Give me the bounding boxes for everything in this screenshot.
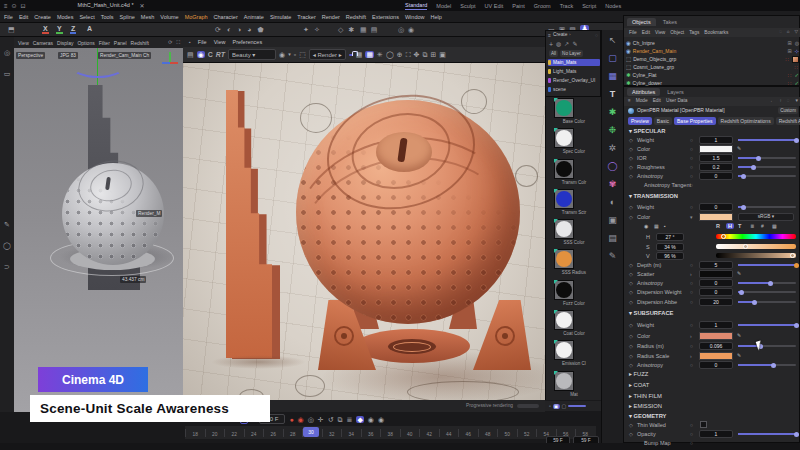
color-swatch[interactable] [699, 145, 733, 153]
render-pass-select[interactable]: Beauty ▾ [228, 49, 276, 60]
eyedropper-icon[interactable]: ✎ [737, 270, 741, 276]
value-input[interactable]: 0.2 [699, 163, 733, 171]
layer-item[interactable]: scene [548, 86, 600, 93]
circle-tool-icon[interactable]: ◯ [3, 242, 11, 249]
color-wheel-icon[interactable]: ◉ [644, 223, 648, 229]
keyframe-circle-icon[interactable]: ○ [690, 431, 693, 437]
timeline-tick[interactable]: 26 [263, 429, 283, 437]
pixel-grid-icon[interactable]: ▦ [365, 51, 374, 58]
visibility-dots[interactable]: :: [785, 56, 790, 62]
viewport-menu-item[interactable]: Panel [114, 40, 127, 46]
timeline-tick[interactable]: 46 [458, 429, 478, 437]
keyframe-diamond-icon[interactable]: ◇ [629, 164, 633, 170]
layout-tab[interactable]: Nodes [605, 3, 621, 9]
visibility-dots[interactable]: ⊞ [787, 40, 792, 46]
visibility-dots[interactable]: :: [788, 72, 793, 78]
section-fuzz[interactable]: ▸ FUZZ [629, 371, 648, 377]
object-row[interactable]: ⬚ Demo_Objects_grp :: [626, 55, 799, 63]
keyframe-diamond-icon[interactable]: ◇ [629, 353, 633, 359]
keyframe-diamond-icon[interactable]: ◇ [629, 299, 633, 305]
expander-icon[interactable]: ▾ [690, 214, 693, 220]
add-layer-icon[interactable]: + [549, 41, 553, 48]
layout-tab[interactable]: Model [436, 3, 451, 9]
timeline-tick[interactable]: 36 [361, 429, 381, 437]
viewport-maximize-icon[interactable]: ⛶ [176, 40, 180, 45]
fit-view-icon[interactable]: ⛶ [406, 51, 411, 58]
hamburger-icon[interactable]: ≡ [548, 33, 551, 38]
layout-tab[interactable]: Script [582, 3, 596, 9]
timeline-tick[interactable]: 34 [341, 429, 361, 437]
protection-tag-icon[interactable]: ◎ [795, 41, 799, 46]
viewport-sync-icon[interactable]: ⟳ [168, 40, 172, 45]
sphere-icon[interactable]: ◍ [556, 41, 561, 47]
object-menu-item[interactable]: Bookmarks [704, 30, 728, 35]
timeline-tick[interactable]: 32 [322, 429, 342, 437]
expander-icon[interactable]: › [690, 353, 692, 359]
channel-preview-item[interactable]: Transm Colr [546, 158, 602, 188]
menu-item[interactable]: MoGraph [185, 14, 208, 20]
material-page-tab[interactable]: Basic [654, 117, 672, 125]
menu-item[interactable]: Create [34, 14, 51, 20]
material-page-tab[interactable]: Preview [628, 117, 652, 125]
app-menu-icon[interactable]: ≡ [4, 3, 8, 9]
settings-gear-icon[interactable]: ✱ [348, 26, 354, 33]
keyframe-circle-icon[interactable]: ○ [690, 155, 693, 161]
menu-item[interactable]: File [4, 14, 13, 20]
layout-tab[interactable]: Groom [534, 3, 551, 9]
hex-icon[interactable]: # [761, 223, 764, 229]
menu-item[interactable]: Character [214, 14, 238, 20]
size-medium-icon[interactable]: ▣ [553, 404, 560, 409]
object-menu-item[interactable]: View [655, 30, 665, 35]
value-input[interactable]: 0 [699, 288, 733, 296]
value-input[interactable]: 20 [699, 298, 733, 306]
arrow-icon[interactable]: ↗ [564, 41, 569, 47]
layout-tab[interactable]: Track [560, 3, 574, 9]
keyframe-circle-icon[interactable]: ○ [690, 343, 693, 349]
value-input[interactable]: 0 [699, 279, 733, 287]
attribute-tab[interactable]: Attributes [627, 88, 660, 96]
menu-item[interactable]: Tracker [297, 14, 315, 20]
timeline-tick[interactable]: 38 [380, 429, 400, 437]
visibility-dots[interactable]: ⊞ [788, 48, 793, 54]
lock-view-icon[interactable] [349, 54, 353, 56]
dynamics-icon[interactable]: ◇ [338, 26, 343, 33]
value-input[interactable]: 1 [699, 321, 733, 329]
render-view-menu-item[interactable]: Preferences [232, 39, 262, 45]
menu-item[interactable]: Spline [120, 14, 135, 20]
channel-preview-item[interactable]: Base Color [546, 97, 602, 127]
position-key-icon[interactable]: ✛ [318, 416, 324, 423]
camera-icon[interactable]: ▣ [608, 216, 617, 225]
expander-icon[interactable]: › [690, 271, 692, 277]
duplicate-icon[interactable]: ⧉ [422, 51, 427, 58]
menu-item[interactable]: Simulate [270, 14, 291, 20]
record-icon[interactable]: ● [289, 416, 293, 423]
material-page-tab[interactable]: Redshift Optimizations [718, 117, 774, 125]
modeling-icon[interactable]: ◕ [247, 26, 251, 33]
keyframe-circle-icon[interactable]: ○ [690, 262, 693, 268]
menu-item[interactable]: Redshift [346, 14, 366, 20]
search-icon[interactable]: ◌ [595, 33, 598, 38]
goto-end-icon[interactable]: ◉ [378, 416, 384, 423]
point-level-key-icon[interactable]: ◆ [356, 416, 363, 423]
custom-button[interactable]: Custom [778, 107, 798, 114]
home-icon[interactable]: ⌂ [787, 30, 790, 35]
object-menu-item[interactable]: Edit [642, 30, 650, 35]
menu-item[interactable]: Render [322, 14, 340, 20]
section-subsurface[interactable]: ▾ SUBSURFACE [629, 310, 673, 316]
slider[interactable] [738, 157, 796, 159]
visibility-dots[interactable]: :: [794, 64, 799, 70]
keyframe-diamond-icon[interactable]: ◇ [629, 262, 633, 268]
clone-icon[interactable]: ▤ [371, 26, 378, 33]
slider[interactable] [738, 264, 796, 266]
texture-tag-icon[interactable] [792, 56, 799, 63]
display-icon[interactable]: ▤ [608, 234, 617, 243]
size-slider[interactable] [568, 405, 586, 407]
timeline-ruler[interactable]: 1820222426283032343638404244464850525456… [185, 426, 596, 439]
plane-tool-icon[interactable]: ▢ [608, 54, 617, 63]
channel-preview-item[interactable]: Mat [546, 370, 602, 400]
hud-view-label[interactable]: Perspective [16, 52, 45, 59]
value-input[interactable]: 5 [699, 261, 733, 269]
save-state-icon[interactable]: ⊙ [12, 3, 17, 9]
pen-icon[interactable]: ✎ [572, 41, 577, 47]
snapshot-icon[interactable]: ◉ [279, 51, 285, 58]
